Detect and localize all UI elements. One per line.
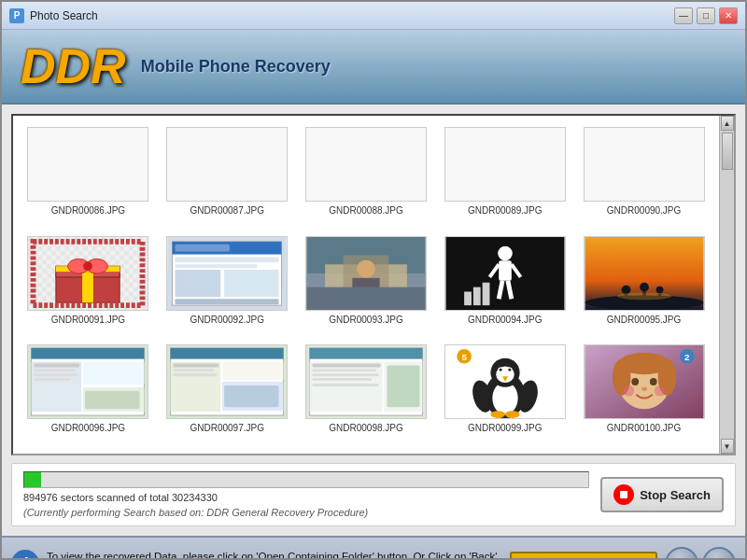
svg-rect-79 [387,366,419,408]
svg-rect-74 [312,364,380,368]
photo-grid: GNDR00086.JPG GNDR00087.JPG GNDR00088.JP… [13,116,719,454]
svg-rect-76 [312,374,378,377]
svg-point-95 [505,412,520,419]
close-button[interactable]: ✕ [719,7,738,24]
list-item[interactable]: GNDR00098.JPG [299,341,434,446]
svg-point-94 [490,412,505,419]
svg-text:2: 2 [684,352,690,362]
svg-rect-17 [176,264,258,268]
svg-rect-71 [310,348,423,359]
list-item[interactable]: GNDR00094.JPG [437,232,572,338]
bottom-bar: i To view the recovered Data, please cli… [2,536,745,560]
thumbnail [27,344,148,419]
thumbnail [444,127,566,202]
svg-rect-61 [171,348,284,359]
photo-label: GNDR00095.JPG [607,315,681,325]
scroll-thumb[interactable] [722,133,733,170]
bottom-info-text: To view the recovered Data, please click… [47,549,502,560]
svg-rect-68 [224,385,279,407]
svg-rect-28 [307,287,426,309]
thumbnail: 2 [584,344,705,419]
brand-badge: MemoryCardRepair.com [510,552,657,560]
list-item[interactable]: GNDR00093.JPG [299,232,434,338]
svg-point-41 [621,285,630,294]
info-icon: i [11,550,39,560]
svg-rect-65 [174,364,219,368]
photo-label: GNDR00093.JPG [329,315,402,325]
svg-rect-57 [35,378,71,381]
svg-point-91 [508,369,511,371]
progress-area: 894976 sectors scanned of total 30234330… [11,463,736,526]
thumbnail [166,344,288,419]
stop-icon [613,484,634,505]
photo-label: GNDR00099.JPG [468,423,542,433]
svg-rect-36 [464,291,472,305]
nav-buttons: ◀ ▶ [665,547,736,560]
minimize-button[interactable]: — [674,7,693,24]
thumbnail [305,344,427,419]
maximize-button[interactable]: □ [697,7,715,24]
photo-label: GNDR00094.JPG [468,315,542,325]
svg-rect-56 [35,374,78,377]
svg-rect-54 [35,364,80,368]
list-item[interactable]: GNDR00087.JPG [160,123,295,229]
svg-point-103 [631,378,639,385]
thumbnail [305,127,427,202]
svg-rect-18 [176,270,221,297]
scroll-down-arrow[interactable]: ▼ [721,439,734,454]
thumbnail [27,236,148,311]
svg-rect-55 [35,370,76,372]
svg-point-43 [640,282,649,291]
photo-label: GNDR00088.JPG [329,205,402,216]
svg-point-106 [623,385,634,397]
svg-rect-20 [176,299,279,304]
back-button[interactable]: ◀ [665,547,698,560]
list-item[interactable]: GNDR00097.JPG [160,341,295,446]
scrollbar[interactable]: ▲ ▼ [719,116,734,454]
svg-rect-16 [176,257,279,262]
main-area: GNDR00086.JPG GNDR00087.JPG GNDR00088.JP… [2,105,745,536]
svg-rect-15 [176,244,231,251]
title-bar: P Photo Search — □ ✕ [2,2,745,30]
app-icon: P [9,8,24,23]
svg-rect-52 [84,362,145,385]
list-item[interactable]: GNDR00088.JPG [299,123,434,229]
list-item[interactable]: GNDR00092.JPG [160,232,295,338]
window-title: Photo Search [30,9,674,22]
svg-rect-31 [499,260,512,280]
thumbnail [444,236,566,311]
photo-label: GNDR00091.JPG [51,315,125,325]
scroll-up-arrow[interactable]: ▲ [721,116,734,131]
svg-rect-78 [312,384,378,386]
svg-point-104 [649,378,656,385]
photo-label: GNDR00086.JPG [51,205,125,216]
thumbnail [166,127,288,202]
stop-search-button[interactable]: Stop Search [600,477,724,512]
list-item[interactable]: GNDR00091.JPG [21,232,156,338]
svg-point-90 [499,369,501,371]
list-item[interactable]: GNDR00089.JPG [437,123,572,229]
app-header: DDR Mobile Phone Recovery [2,30,745,105]
window-controls: — □ ✕ [674,7,738,24]
list-item[interactable]: GNDR00096.JPG [21,341,156,446]
svg-rect-19 [224,270,279,297]
list-item[interactable]: 2 [576,341,712,446]
list-item[interactable]: GNDR00095.JPG [576,232,712,338]
svg-rect-66 [174,370,215,372]
list-item[interactable]: 5 [437,341,572,446]
list-item[interactable]: GNDR00086.JPG [21,123,156,229]
svg-rect-50 [32,348,145,359]
svg-point-105 [641,387,647,391]
svg-point-47 [616,292,671,300]
next-button[interactable]: ▶ [702,547,736,560]
photo-label: GNDR00089.JPG [468,205,542,216]
ddr-logo: DDR [21,42,126,91]
photo-grid-container: GNDR00086.JPG GNDR00087.JPG GNDR00088.JP… [11,114,736,455]
list-item[interactable]: GNDR00090.JPG [576,123,712,229]
photo-label: GNDR00087.JPG [190,205,263,216]
svg-rect-37 [473,287,481,305]
photo-label: GNDR00097.JPG [190,423,263,433]
svg-rect-58 [85,391,140,410]
photo-label: GNDR00096.JPG [51,423,125,433]
svg-point-26 [357,259,375,278]
